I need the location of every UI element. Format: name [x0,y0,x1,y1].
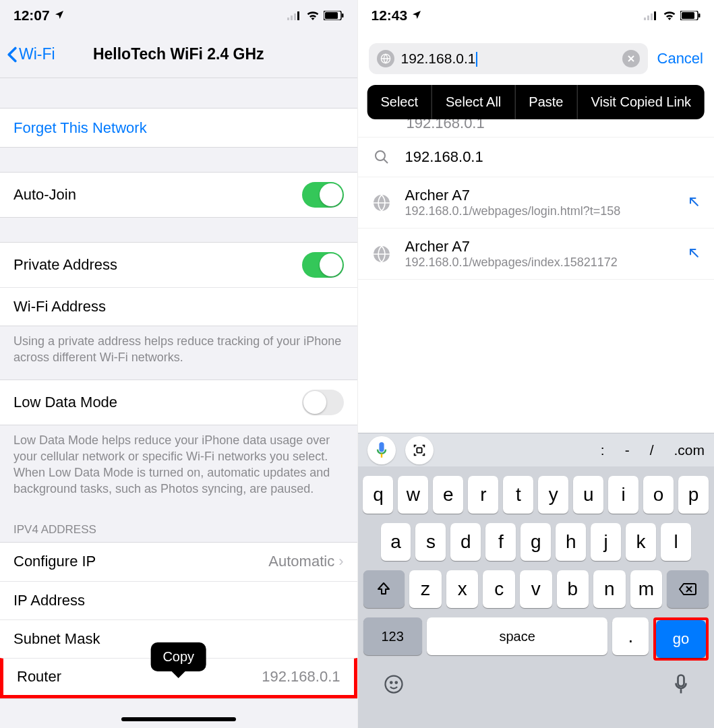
key-s[interactable]: s [415,523,446,561]
ip-address-label: IP Address [13,592,85,609]
copy-popover[interactable]: Copy [150,642,206,671]
suggestion-subtitle: 192.168.0.1/webpages/login.html?t=158 [405,204,634,218]
arrow-up-left-icon[interactable] [687,246,701,262]
quick-slash[interactable]: / [650,442,654,458]
text-caret [476,52,477,67]
key-i[interactable]: i [608,476,638,514]
key-go[interactable]: go [656,620,706,658]
home-indicator[interactable] [121,717,236,721]
suggestion-subtitle: 192.168.0.1/webpages/index.15821172 [405,255,634,270]
svg-rect-31 [678,675,684,687]
key-r[interactable]: r [468,476,498,514]
router-label: Router [17,668,61,686]
suggestion-search[interactable]: 192.168.0.1 [358,138,715,177]
key-m[interactable]: m [630,570,663,608]
wifi-address-label: Wi-Fi Address [13,298,106,315]
subnet-mask-label: Subnet Mask [13,630,100,648]
auto-join-toggle[interactable] [302,182,344,208]
battery-icon [680,7,701,24]
settings-wifi-details: 12:07 Wi-Fi HelloTech WiFi 2.4 GHz F [0,0,357,728]
key-space[interactable]: space [427,617,608,655]
cellular-signal-icon [287,7,302,24]
svg-rect-3 [297,11,299,20]
quick-dotcom[interactable]: .com [674,442,705,458]
low-data-mode-label: Low Data Mode [13,394,117,411]
key-shift[interactable] [363,570,405,608]
nav-bar: Wi-Fi HelloTech WiFi 2.4 GHz [0,31,357,78]
clear-text-button[interactable] [622,50,640,67]
key-u[interactable]: u [573,476,603,514]
key-a[interactable]: a [381,523,411,561]
svg-rect-23 [379,442,384,452]
cellular-signal-icon [644,7,659,24]
voice-search-button[interactable] [367,436,396,464]
select-menu-item[interactable]: Select [367,85,432,119]
key-c[interactable]: c [483,570,515,608]
svg-rect-6 [342,13,344,18]
key-t[interactable]: t [503,476,533,514]
back-button[interactable]: Wi-Fi [7,45,55,63]
svg-rect-25 [417,448,421,452]
emoji-button[interactable] [384,674,404,699]
suggestion-top-hit[interactable]: 192.168.0.1 [358,119,715,138]
forget-network-button[interactable]: Forget This Network [0,109,357,147]
suggestion-history-1[interactable]: Archer A7 192.168.0.1/webpages/login.htm… [358,177,715,229]
svg-line-22 [690,249,698,257]
svg-rect-2 [294,13,296,20]
key-backspace[interactable] [667,570,709,608]
key-j[interactable]: j [591,523,621,561]
suggestion-history-2[interactable]: Archer A7 192.168.0.1/webpages/index.158… [358,229,715,280]
suggestion-text: 192.168.0.1 [407,119,701,132]
arrow-up-left-icon[interactable] [687,195,701,211]
low-data-mode-toggle[interactable] [302,390,344,415]
key-v[interactable]: v [520,570,552,608]
key-n[interactable]: n [593,570,626,608]
dictation-button[interactable] [674,674,688,699]
ipv4-header: IPV4 ADDRESS [0,511,357,542]
svg-line-20 [690,198,698,206]
key-h[interactable]: h [556,523,586,561]
select-all-menu-item[interactable]: Select All [432,85,515,119]
svg-point-17 [376,151,385,160]
svg-rect-0 [287,18,289,20]
status-time: 12:07 [13,7,50,24]
key-y[interactable]: y [538,476,568,514]
status-bar: 12:43 [358,0,715,31]
status-time: 12:43 [371,7,408,24]
key-x[interactable]: x [446,570,479,608]
cancel-button[interactable]: Cancel [657,50,703,67]
key-f[interactable]: f [485,523,516,561]
keyboard-row-4: 123 space . go [363,617,709,661]
wifi-icon [663,7,676,24]
private-address-toggle[interactable] [302,252,344,278]
svg-point-29 [390,681,392,684]
paste-menu-item[interactable]: Paste [515,85,577,119]
quick-type-bar: : - / .com [601,442,705,458]
key-123[interactable]: 123 [363,617,422,655]
quick-dash[interactable]: - [625,442,630,458]
content-scroll[interactable]: Forget This Network Auto-Join Private Ad… [0,78,357,728]
scan-text-button[interactable] [405,436,434,464]
key-g[interactable]: g [520,523,551,561]
key-q[interactable]: q [363,476,393,514]
low-data-mode-row: Low Data Mode [0,380,357,425]
globe-icon [371,244,392,264]
key-p[interactable]: p [678,476,709,514]
key-z[interactable]: z [409,570,442,608]
key-o[interactable]: o [643,476,674,514]
key-e[interactable]: e [433,476,463,514]
key-d[interactable]: d [450,523,481,561]
configure-ip-row[interactable]: Configure IP Automatic › [0,543,357,581]
keyboard-row-3: z x c v b n m [363,570,709,608]
key-k[interactable]: k [626,523,656,561]
key-w[interactable]: w [398,476,428,514]
wifi-icon [306,7,320,24]
address-bar[interactable]: 192.168.0.1 [369,43,648,74]
address-bar-text: 192.168.0.1 [401,51,616,67]
popover-arrow-icon [590,77,606,93]
quick-colon[interactable]: : [601,442,605,458]
key-b[interactable]: b [557,570,589,608]
edit-menu-popover: Select Select All Paste Visit Copied Lin… [367,85,705,119]
key-period[interactable]: . [612,617,649,655]
key-l[interactable]: l [661,523,691,561]
